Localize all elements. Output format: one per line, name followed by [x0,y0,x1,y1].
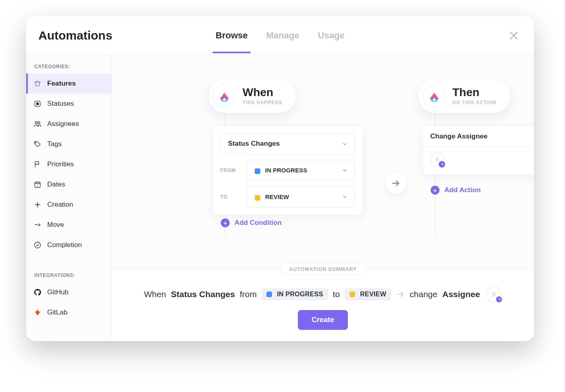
premium-icon [33,80,42,88]
sidebar-integrations-heading: INTEGRATIONS: [26,264,111,282]
clickup-logo-icon [423,84,446,108]
sidebar-item-label: Features [47,80,76,88]
modal-body: CATEGORIES: Features Statuses Assignees … [26,55,534,341]
when-heading: When [243,87,282,98]
calendar-icon: 1 [33,180,42,189]
add-action-label: Add Action [444,186,481,194]
chevron-down-icon [342,168,347,173]
svg-point-11 [35,242,41,248]
sidebar-item-label: Completion [47,241,82,249]
add-action-button[interactable]: + Add Action [431,186,481,195]
add-condition-label: Add Condition [234,219,282,227]
summary-add-assignee-button[interactable]: + [486,287,502,302]
to-status-dropdown[interactable]: REVIEW [247,187,355,208]
svg-point-12 [436,158,438,160]
sidebar-categories-heading: CATEGORIES: [26,55,111,73]
plus-circle-icon: + [431,186,439,195]
plus-circle-icon: + [221,218,230,227]
flag-icon [33,160,42,168]
svg-point-3 [39,81,39,82]
people-icon [33,120,42,128]
status-color-swatch [255,168,260,174]
status-color-swatch [266,291,272,297]
sidebar-item-features[interactable]: Features [26,73,111,94]
tab-manage[interactable]: Manage [265,18,301,53]
sidebar: CATEGORIES: Features Statuses Assignees … [26,55,112,341]
sidebar-item-assignees[interactable]: Assignees [26,114,111,134]
flow-arrow-icon [385,173,406,194]
svg-point-2 [36,81,36,82]
when-card: Status Changes FROM IN PROGRESS TO RE [213,126,363,215]
sidebar-item-completion[interactable]: Completion [26,235,111,255]
page-title: Automations [38,29,112,42]
chevron-down-icon [342,194,347,200]
sidebar-item-label: Move [47,221,64,229]
to-status-value: REVIEW [265,193,289,200]
clickup-logo-icon [213,84,236,108]
summary-trigger: Status Changes [171,289,235,299]
sidebar-item-label: Assignees [47,120,79,128]
move-icon [33,221,42,229]
add-assignee-button[interactable]: + [430,153,445,167]
then-pill: Then DO THIS ACTION [419,79,510,113]
when-subheading: THIS HAPPENS [243,100,282,105]
trigger-dropdown[interactable]: Status Changes [220,133,355,154]
summary-when: When [144,289,166,299]
summary-from-value: IN PROGRESS [277,291,323,298]
automations-modal: Automations Browse Manage Usage CATEGORI… [26,16,534,341]
summary-to-chip: REVIEW [345,288,391,300]
gitlab-icon [33,308,42,317]
when-pill: When THIS HAPPENS [209,79,296,113]
summary-change: change [410,289,437,299]
svg-point-7 [38,122,40,124]
sidebar-item-tags[interactable]: Tags [26,134,111,154]
sidebar-item-label: Priorities [47,160,74,168]
then-subheading: DO THIS ACTION [452,100,496,105]
sidebar-item-move[interactable]: Move [26,215,111,235]
automation-canvas: When THIS HAPPENS Then DO THIS ACTION [112,55,534,341]
modal-header: Automations Browse Manage Usage [26,16,534,55]
sidebar-item-label: Statuses [47,100,74,108]
sidebar-item-priorities[interactable]: Priorities [26,154,111,174]
sidebar-item-statuses[interactable]: Statuses [26,94,111,114]
sidebar-item-github[interactable]: GitHub [26,282,111,302]
status-icon [33,100,42,108]
sidebar-item-label: Dates [47,180,65,189]
summary-to-value: REVIEW [360,291,386,298]
then-card: Change Assignee + Advanced [423,126,534,175]
plus-badge-icon: + [442,162,444,166]
trigger-value: Status Changes [228,140,280,148]
plus-badge-icon: + [499,297,501,301]
arrow-right-icon [396,290,405,299]
sidebar-item-gitlab[interactable]: GitLab [26,302,111,323]
from-status-value: IN PROGRESS [265,167,307,174]
from-label: FROM [220,168,240,173]
status-color-swatch [349,291,355,297]
add-condition-button[interactable]: + Add Condition [221,218,282,227]
close-icon[interactable] [508,30,519,41]
status-color-swatch [255,195,260,201]
summary-badge: AUTOMATION SUMMARY [280,263,366,275]
sidebar-divider [26,259,111,260]
sidebar-item-label: GitHub [47,288,69,296]
svg-point-6 [35,122,37,124]
tab-browse[interactable]: Browse [214,18,249,53]
sidebar-item-label: Tags [47,140,62,148]
to-label: TO [220,194,240,200]
sidebar-item-dates[interactable]: 1 Dates [26,174,111,195]
chevron-down-icon [342,141,347,147]
svg-text:1: 1 [37,184,38,187]
summary-from: from [240,289,257,299]
tab-usage[interactable]: Usage [316,18,346,53]
plus-icon [33,201,42,209]
tabs: Browse Manage Usage [214,18,346,53]
create-button[interactable]: Create [298,310,348,330]
tag-icon [33,140,42,148]
from-status-dropdown[interactable]: IN PROGRESS [247,160,355,181]
action-value: Change Assignee [430,132,488,140]
summary-from-chip: IN PROGRESS [262,288,328,300]
github-icon [33,288,42,296]
action-dropdown[interactable]: Change Assignee [423,126,534,147]
sidebar-item-creation[interactable]: Creation [26,195,111,215]
automation-summary: AUTOMATION SUMMARY When Status Changes f… [112,268,534,341]
